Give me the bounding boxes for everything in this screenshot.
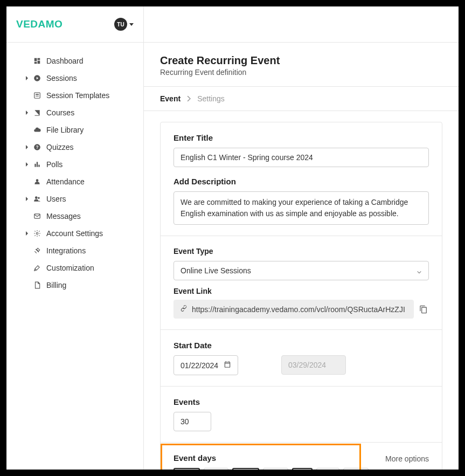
sidebar-item-users[interactable]: Users: [6, 190, 143, 208]
sidebar-item-label: Billing: [46, 281, 66, 289]
chart-icon: [33, 161, 41, 168]
template-icon: [33, 92, 41, 99]
plug-icon: [33, 247, 41, 254]
sidebar-item-label: Polls: [46, 160, 63, 169]
day-fri[interactable]: Fri: [292, 468, 313, 470]
sidebar-item-attendance[interactable]: Attendance: [6, 173, 143, 190]
day-sun[interactable]: Sun: [343, 468, 369, 470]
event-link-box: https://trainingacademy.vedamo.com/vcl/r…: [173, 300, 414, 319]
expand-caret-icon: [26, 76, 28, 80]
title-label: Enter Title: [173, 133, 429, 142]
brand-logo[interactable]: VEDAMO: [16, 18, 63, 30]
copy-link-button[interactable]: [418, 300, 429, 319]
sidebar-item-dashboard[interactable]: Dashboard: [6, 52, 143, 70]
chevron-down-icon: [417, 268, 422, 273]
sidebar-item-file-library[interactable]: File Library: [6, 121, 143, 139]
day-wed[interactable]: Wed: [232, 468, 260, 470]
sidebar-item-label: File Library: [46, 126, 84, 134]
day-sat[interactable]: Sat: [316, 468, 339, 470]
main: Create Recurring Event Recurring Event d…: [144, 6, 459, 470]
svg-rect-6: [34, 164, 36, 167]
sidebar-item-label: Customization: [46, 264, 94, 272]
breadcrumb-event[interactable]: Event: [160, 94, 181, 103]
day-mon[interactable]: Mon: [173, 468, 200, 470]
book-icon: [33, 109, 41, 116]
event-link-value: https://trainingacademy.vedamo.com/vcl/r…: [192, 305, 405, 314]
sidebar-item-label: Sessions: [46, 74, 77, 82]
nav-list: DashboardSessionsSession TemplatesCourse…: [6, 43, 143, 470]
start-date-label: Start Date: [173, 341, 429, 350]
sidebar-item-label: Account Settings: [46, 229, 103, 238]
mail-icon: [33, 212, 41, 220]
events-count-label: Events: [173, 397, 429, 406]
sidebar-item-label: Messages: [46, 212, 81, 220]
avatar: TU: [114, 18, 127, 31]
sidebar-item-label: Attendance: [46, 177, 85, 186]
sidebar-item-session-templates[interactable]: Session Templates: [6, 87, 143, 104]
svg-point-10: [35, 196, 38, 199]
day-tue[interactable]: Tue: [204, 468, 228, 470]
title-input[interactable]: [173, 148, 429, 167]
breadcrumb: Event Settings: [144, 86, 459, 111]
user-menu[interactable]: TU: [114, 18, 134, 31]
events-count-input[interactable]: [173, 412, 211, 431]
svg-rect-3: [36, 96, 39, 96]
event-type-value: Online Live Sessions: [181, 266, 251, 275]
chevron-right-icon: [187, 94, 191, 103]
event-type-label: Event Type: [173, 247, 429, 256]
sidebar-item-courses[interactable]: Courses: [6, 104, 143, 121]
more-options-link[interactable]: More options: [385, 454, 429, 463]
sidebar-item-polls[interactable]: Polls: [6, 156, 143, 173]
description-label: Add Description: [173, 177, 429, 186]
description-input[interactable]: We are committed to making your experien…: [173, 191, 429, 225]
svg-rect-1: [34, 93, 40, 99]
sidebar: VEDAMO TU DashboardSessionsSession Templ…: [6, 6, 144, 470]
day-thu[interactable]: Thu: [263, 468, 288, 470]
sidebar-item-customization[interactable]: Customization: [6, 259, 143, 277]
sidebar-item-label: Users: [46, 195, 66, 203]
caret-down-icon: [129, 23, 134, 26]
sidebar-item-billing[interactable]: Billing: [6, 277, 143, 294]
gear-icon: [33, 230, 41, 237]
sidebar-item-label: Session Templates: [46, 91, 109, 100]
end-date-input: 03/29/2024: [281, 355, 346, 375]
start-date-value: 01/22/2024: [181, 361, 218, 370]
cloud-icon: [33, 126, 41, 134]
doc-icon: [33, 281, 41, 289]
help-icon: ?: [33, 143, 41, 151]
end-date-value: 03/29/2024: [288, 361, 326, 369]
sidebar-item-messages[interactable]: Messages: [6, 208, 143, 225]
svg-rect-8: [38, 165, 39, 167]
start-date-input[interactable]: 01/22/2024: [173, 355, 238, 375]
link-icon: [180, 305, 188, 314]
topbar: [144, 6, 459, 43]
breadcrumb-settings[interactable]: Settings: [197, 94, 225, 103]
users-icon: [33, 195, 41, 203]
page-title: Create Recurring Event: [160, 54, 442, 67]
sidebar-item-account-settings[interactable]: Account Settings: [6, 225, 143, 242]
sidebar-item-quizzes[interactable]: ?Quizzes: [6, 139, 143, 156]
expand-caret-icon: [26, 111, 28, 115]
sidebar-item-label: Dashboard: [46, 57, 84, 65]
svg-point-13: [36, 232, 38, 234]
dashboard-icon: [33, 57, 41, 65]
event-link-label: Event Link: [173, 287, 429, 295]
sidebar-item-label: Integrations: [46, 246, 86, 255]
play-icon: [33, 74, 41, 82]
person-icon: [33, 178, 41, 185]
svg-rect-7: [37, 162, 38, 167]
expand-caret-icon: [26, 145, 28, 149]
calendar-icon: [224, 361, 231, 370]
sidebar-item-label: Courses: [46, 108, 74, 117]
event-type-select[interactable]: Online Live Sessions: [173, 261, 429, 280]
expand-caret-icon: [26, 197, 28, 201]
svg-text:?: ?: [36, 145, 39, 150]
expand-caret-icon: [26, 231, 28, 236]
svg-point-9: [36, 179, 39, 182]
sidebar-item-integrations[interactable]: Integrations: [6, 242, 143, 259]
svg-point-11: [38, 197, 40, 199]
expand-caret-icon: [26, 162, 28, 167]
tools-icon: [33, 264, 41, 272]
svg-rect-2: [36, 94, 39, 95]
sidebar-item-sessions[interactable]: Sessions: [6, 70, 143, 87]
